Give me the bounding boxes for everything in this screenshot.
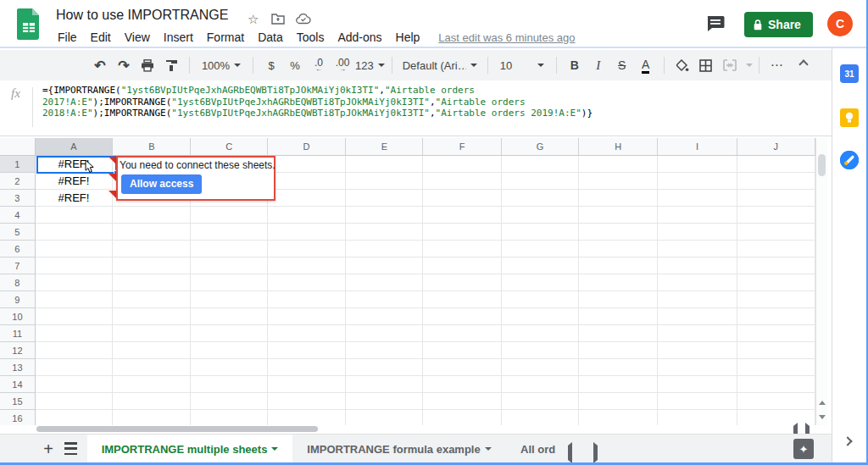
cell-D1[interactable] xyxy=(268,156,346,173)
cell-G9[interactable] xyxy=(502,291,579,308)
cell-D10[interactable] xyxy=(268,308,346,325)
allow-access-button[interactable]: Allow access xyxy=(121,174,202,194)
cell-I5[interactable] xyxy=(658,224,737,241)
cell-D14[interactable] xyxy=(268,376,346,393)
cell-F3[interactable] xyxy=(423,190,501,207)
tab-scroll-left-button[interactable] xyxy=(568,446,572,461)
cell-A6[interactable] xyxy=(36,241,113,257)
vertical-scrollbar[interactable] xyxy=(815,138,827,425)
column-header-H[interactable]: H xyxy=(579,138,658,156)
cell-I1[interactable] xyxy=(658,156,737,173)
menu-view[interactable]: View xyxy=(118,29,157,46)
cell-E12[interactable] xyxy=(346,342,423,359)
row-header-6[interactable]: 6 xyxy=(0,241,36,257)
expand-side-panel-button[interactable] xyxy=(844,433,851,448)
menu-file[interactable]: File xyxy=(51,29,84,46)
cell-D13[interactable] xyxy=(268,359,346,376)
cell-F14[interactable] xyxy=(423,376,501,393)
cell-E2[interactable] xyxy=(346,173,423,190)
calendar-icon[interactable]: 31 xyxy=(840,64,859,83)
cell-E9[interactable] xyxy=(346,291,423,308)
cell-C4[interactable] xyxy=(191,207,267,224)
cell-F10[interactable] xyxy=(423,308,501,325)
column-header-I[interactable]: I xyxy=(658,138,737,156)
scroll-up-button[interactable] xyxy=(816,396,828,408)
row-header-16[interactable]: 16 xyxy=(0,410,36,425)
row-header-2[interactable]: 2 xyxy=(0,173,36,190)
cell-A10[interactable] xyxy=(36,308,113,325)
cell-A7[interactable] xyxy=(36,257,113,274)
cell-J6[interactable] xyxy=(737,241,815,257)
row-header-5[interactable]: 5 xyxy=(0,224,36,241)
cell-B13[interactable] xyxy=(113,359,191,376)
cell-H2[interactable] xyxy=(579,173,658,190)
cell-J3[interactable] xyxy=(737,190,815,207)
cell-F13[interactable] xyxy=(423,359,501,376)
add-sheet-button[interactable]: + xyxy=(37,438,59,460)
column-header-C[interactable]: C xyxy=(191,138,267,156)
cell-B15[interactable] xyxy=(113,393,191,410)
column-header-A[interactable]: A xyxy=(36,138,113,156)
cell-B5[interactable] xyxy=(113,224,191,241)
move-folder-icon[interactable] xyxy=(271,14,285,25)
cell-I4[interactable] xyxy=(658,207,737,224)
cell-J1[interactable] xyxy=(737,156,815,173)
cell-G14[interactable] xyxy=(502,376,579,393)
cell-G1[interactable] xyxy=(502,156,579,173)
cell-A11[interactable] xyxy=(36,325,113,342)
cell-I9[interactable] xyxy=(658,291,737,308)
strikethrough-button[interactable]: S xyxy=(611,54,633,76)
cell-I6[interactable] xyxy=(658,241,737,257)
row-header-13[interactable]: 13 xyxy=(0,359,36,376)
scroll-down-button[interactable] xyxy=(816,411,828,423)
cell-F8[interactable] xyxy=(423,274,501,291)
cell-C13[interactable] xyxy=(191,359,267,376)
row-header-10[interactable]: 10 xyxy=(0,308,36,325)
cell-D6[interactable] xyxy=(268,241,346,257)
column-header-E[interactable]: E xyxy=(346,138,423,156)
cell-B11[interactable] xyxy=(113,325,191,342)
cell-E14[interactable] xyxy=(346,376,423,393)
cell-A8[interactable] xyxy=(36,274,113,291)
cell-C16[interactable] xyxy=(191,410,267,425)
cell-H11[interactable] xyxy=(579,325,658,342)
menu-edit[interactable]: Edit xyxy=(84,29,118,46)
row-header-9[interactable]: 9 xyxy=(0,291,36,308)
menu-insert[interactable]: Insert xyxy=(157,29,200,46)
cell-C15[interactable] xyxy=(191,393,267,410)
cell-C14[interactable] xyxy=(191,376,267,393)
cell-E13[interactable] xyxy=(346,359,423,376)
undo-button[interactable]: ↶ xyxy=(89,54,111,76)
cell-H12[interactable] xyxy=(579,342,658,359)
menu-data[interactable]: Data xyxy=(251,29,290,46)
row-header-4[interactable]: 4 xyxy=(0,207,36,224)
cell-D11[interactable] xyxy=(268,325,346,342)
fill-color-button[interactable] xyxy=(671,54,693,76)
cell-A9[interactable] xyxy=(36,291,113,308)
cell-H14[interactable] xyxy=(579,376,658,393)
cell-J10[interactable] xyxy=(737,308,815,325)
cell-D4[interactable] xyxy=(268,207,346,224)
cell-G6[interactable] xyxy=(502,241,579,257)
cloud-saved-icon[interactable] xyxy=(296,14,311,25)
cell-H15[interactable] xyxy=(579,393,658,410)
cell-G16[interactable] xyxy=(502,410,579,425)
font-size-select[interactable]: 10 xyxy=(495,54,549,76)
text-color-button[interactable]: A xyxy=(635,54,657,76)
cell-E6[interactable] xyxy=(346,241,423,257)
cell-G13[interactable] xyxy=(502,359,579,376)
cell-F4[interactable] xyxy=(423,207,501,224)
cell-A4[interactable] xyxy=(36,207,113,224)
all-sheets-menu-button[interactable] xyxy=(64,442,77,455)
cell-E3[interactable] xyxy=(346,190,423,207)
cell-D7[interactable] xyxy=(268,257,346,274)
cell-H5[interactable] xyxy=(579,224,658,241)
cell-F11[interactable] xyxy=(423,325,501,342)
row-header-1[interactable]: 1 xyxy=(0,156,36,173)
comment-history-icon[interactable] xyxy=(706,15,725,32)
increase-decimals-button[interactable]: .00→ xyxy=(331,54,353,76)
cell-A15[interactable] xyxy=(36,393,113,410)
cell-H9[interactable] xyxy=(579,291,658,308)
cell-J4[interactable] xyxy=(737,207,815,224)
row-header-12[interactable]: 12 xyxy=(0,342,36,359)
